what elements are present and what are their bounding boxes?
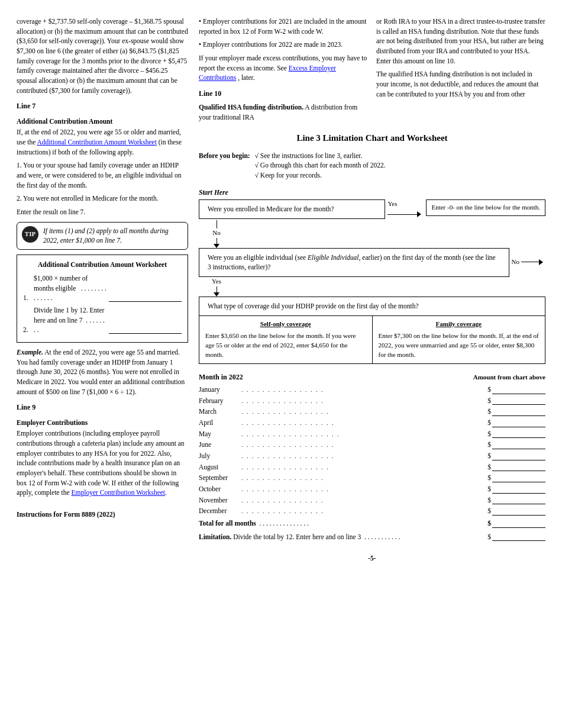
intro-text: coverage + $2,737.50 self-only coverage … [17,17,188,95]
left-column: coverage + $2,737.50 self-only coverage … [17,17,188,716]
flowchart: Start Here Were you enrolled in Medicare… [199,188,545,364]
right-footer: -5- [199,553,545,563]
bullet2: • Employer contributions for 2022 are ma… [199,40,368,50]
flow-row-2: Were you an eligible individual (see Eli… [199,248,545,277]
total-row: Total for all months . . . . . . . . . .… [199,518,545,529]
enter0-box: Enter -0- on the line below for the mont… [426,199,545,216]
month-row-january: January . . . . . . . . . . . . . . . . … [199,385,545,395]
before-begin-label: Before you begin: [199,151,250,181]
flow-q1-col: Were you enrolled in Medicare for the mo… [199,199,385,219]
coverage-row: Self-only coverage Enter $3,650 on the l… [199,316,545,363]
flow-row-1: Were you enrolled in Medicare for the mo… [199,199,545,219]
line7-item1: 1. You or your spouse had family coverag… [17,160,188,190]
footer-left: Instructions for Form 8889 (2022) [17,510,115,520]
before-begin-items: √ See the instructions for line 3, earli… [255,151,386,181]
additional-worksheet-link[interactable]: Additional Contribution Amount Worksheet [37,138,157,146]
month-row-march: March . . . . . . . . . . . . . . . . . … [199,407,545,417]
limitation-row: Limitation. Divide the total by 12. Ente… [199,532,545,542]
self-only-title: Self-only coverage [205,320,366,329]
flow-q2-col: Were you an eligible individual (see Eli… [199,248,509,277]
line7-item2: 2. You were not enrolled in Medicare for… [17,194,188,204]
chart-title: Line 3 Limitation Chart and Worksheet [199,132,545,145]
footer-center: -5- [368,553,376,563]
month-row-december: December . . . . . . . . . . . . . . . .… [199,506,545,516]
example-label: Example. [17,349,43,356]
before-begin-item-1: √ Go through this chart for each month o… [255,160,386,170]
self-only-col: Self-only coverage Enter $3,650 on the l… [199,316,373,363]
month-header-right: Amount from chart above [473,373,545,382]
month-table: Month in 2022 Amount from chart above Ja… [199,372,545,542]
tip-icon: TIP [22,226,38,243]
vert-line-1 [217,220,217,228]
yes-right-arrow [417,211,421,217]
bullet1: • Employer contributions for 2021 are in… [199,17,368,36]
before-begin-item-2: √ Keep for your records. [255,170,386,181]
yes-label-2: Yes [212,277,221,286]
tip-box: TIP If items (1) and (2) apply to all mo… [17,222,188,250]
col3-text: or Roth IRA to your HSA in a direct trus… [376,17,545,66]
line9-title: Employer Contributions [17,418,188,428]
worksheet-box: Additional Contribution Amount Worksheet… [17,255,188,343]
month-row-april: April . . . . . . . . . . . . . . . . . … [199,418,545,428]
yes-label: Yes [387,199,397,209]
month-row-june: June . . . . . . . . . . . . . . . . . .… [199,440,545,450]
coverage-section: Self-only coverage Enter $3,650 on the l… [199,316,545,364]
no-label-1: No [212,228,220,238]
page-footer: Instructions for Form 8889 (2022) [17,510,188,520]
flow-q1-box: Were you enrolled in Medicare for the mo… [199,199,385,219]
line7-title: Additional Contribution Amount [17,117,188,127]
employer-contribution-link[interactable]: Employer Contribution Worksheet [72,489,166,496]
line7-body: If, at the end of 2022, you were age 55 … [17,127,188,157]
self-only-text: Enter $3,650 on the line below for the m… [205,331,366,360]
family-col: Family coverage Enter $7,300 on the line… [373,316,545,363]
limitation-section: Limitation. Divide the total by 12. Ente… [199,532,545,542]
line7-enter: Enter the result on line 7. [17,207,188,217]
no-right-arrow [539,259,543,265]
flow-q2-box: Were you an eligible individual (see Eli… [199,248,509,277]
no-horiz-branch: No [509,248,545,267]
line9-body: Employer contributions (including employ… [17,429,188,498]
top-three-col: • Employer contributions for 2021 are in… [199,17,545,126]
example-para: Example. At the end of 2022, you were ag… [17,347,188,397]
family-title: Family coverage [379,320,540,329]
worksheet-item-2: 2. Divide line 1 by 12. Enter here and o… [23,305,182,335]
vert-line-3 [217,286,217,292]
no-horiz-line [521,262,539,262]
before-begin: Before you begin: √ See the instructions… [199,151,545,181]
worksheet-item-1: 1. $1,000 × number of months eligible . … [23,273,182,303]
right-col1: • Employer contributions for 2021 are in… [199,17,368,126]
start-here: Start Here [199,188,545,198]
month-row-may: May . . . . . . . . . . . . . . . . . . … [199,429,545,439]
tip-text: If items (1) and (2) apply to all months… [43,226,183,246]
month-row-august: August . . . . . . . . . . . . . . . . .… [199,462,545,472]
no-arrow-col: No [199,219,234,248]
flow-yes-branch: Yes [385,199,421,217]
month-row-july: July . . . . . . . . . . . . . . . . . .… [199,451,545,461]
no-label-2: No [512,257,519,267]
limitation-label: Limitation. [199,533,231,540]
family-text: Enter $7,300 on the line below for the m… [379,331,540,360]
down-arrow-1 [214,244,219,248]
excess-text: If your employer made excess contributio… [199,53,368,83]
line10-title-body: Qualified HSA funding distribution. A di… [199,102,368,122]
yes-horiz-line [387,214,417,215]
right-column: • Employer contributions for 2021 are in… [199,17,545,716]
flow-no-section: No [199,219,545,248]
col3-para2: The qualified HSA funding distribution i… [376,69,545,99]
before-begin-item-0: √ See the instructions for line 3, earli… [255,151,386,161]
limitation-text: Divide the total by 12. Enter here and o… [233,533,361,540]
line7-label: Line 7 [17,101,188,111]
yes-down-section: Yes [199,277,234,297]
month-header-left: Month in 2022 [199,372,243,382]
vert-line-2 [217,238,217,244]
right-col3: or Roth IRA to your HSA in a direct trus… [376,17,545,126]
month-row-september: September . . . . . . . . . . . . . . . … [199,473,545,483]
total-label: Total for all months [199,520,256,527]
month-row-february: February . . . . . . . . . . . . . . . .… [199,396,545,406]
month-table-header: Month in 2022 Amount from chart above [199,372,545,382]
down-arrow-2 [214,292,219,297]
month-row-november: November . . . . . . . . . . . . . . . .… [199,495,545,505]
flow-q3-box: What type of coverage did your HDHP prov… [199,297,545,316]
worksheet-title: Additional Contribution Amount Worksheet [23,260,182,270]
yes-arrow-row [387,211,421,217]
